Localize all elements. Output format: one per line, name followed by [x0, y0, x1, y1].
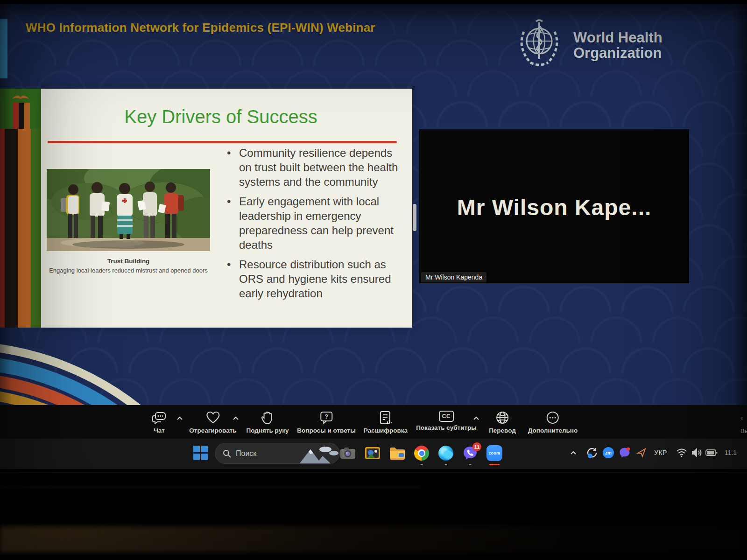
- svg-text:?: ?: [324, 413, 328, 420]
- captions-chevron-up-icon[interactable]: [473, 416, 479, 421]
- volume-icon[interactable]: [691, 445, 702, 460]
- participant-display-name: Mr Wilson Kape...: [419, 195, 689, 220]
- scrollbar-thumb[interactable]: [413, 204, 416, 231]
- photos-app-icon[interactable]: [364, 444, 381, 462]
- more-button[interactable]: Дополнительно: [528, 411, 578, 434]
- qa-button[interactable]: ? Вопросы и ответы: [297, 411, 355, 434]
- photo-caption-body: Engaging local leaders reduced mistrust …: [47, 267, 210, 274]
- bullet-item: •Community resilience depends on trust b…: [227, 146, 403, 189]
- tray-chevron-up-icon[interactable]: [570, 445, 577, 460]
- cc-icon: CC: [439, 411, 454, 422]
- react-chevron-up-icon[interactable]: [233, 416, 239, 421]
- chat-button[interactable]: Чат: [152, 411, 166, 434]
- viber-icon[interactable]: 11: [461, 444, 479, 462]
- who-logo: World Health Organization: [512, 16, 694, 75]
- start-button[interactable]: [193, 446, 208, 461]
- zoom-app-icon[interactable]: zoom: [486, 444, 503, 462]
- edge-icon[interactable]: [437, 444, 455, 462]
- translate-button[interactable]: Перевод: [489, 411, 516, 434]
- laptop-hinge-highlight: [0, 486, 420, 488]
- chat-icon: [152, 411, 166, 425]
- laptop-screen: WHO Information Network for Epidemics (E…: [0, 4, 747, 469]
- active-app-indicator: [489, 464, 500, 465]
- zoom-meeting-area: WHO Information Network for Epidemics (E…: [0, 4, 747, 405]
- bezel-edge: [0, 472, 747, 473]
- chrome-icon[interactable]: [413, 444, 430, 462]
- bullet-item: •Resource distribution such as ORS and h…: [227, 257, 403, 301]
- captions-button[interactable]: CC Показать субтитры: [416, 411, 477, 431]
- slide-divider: [48, 141, 397, 143]
- slide-title: Key Drivers of Success: [41, 106, 401, 127]
- sync-update-icon[interactable]: [586, 445, 598, 460]
- transcript-button[interactable]: Расшифровка: [364, 411, 408, 434]
- viber-tray-icon[interactable]: [619, 445, 630, 460]
- shared-slide: Key Drivers of Success: [41, 89, 412, 328]
- epiwin-blue-strip: [0, 19, 7, 78]
- more-ellipsis-icon: [546, 411, 560, 425]
- raise-hand-button[interactable]: Поднять руку: [247, 411, 289, 434]
- laptop-body-sheen: [0, 526, 747, 553]
- participant-video-tile[interactable]: Mr Wilson Kape... Mr Wilson Kapenda: [419, 129, 689, 283]
- participant-name-tag: Mr Wilson Kapenda: [421, 272, 486, 282]
- webinar-title: WHO Information Network for Epidemics (E…: [26, 21, 375, 35]
- search-icon: [223, 449, 231, 458]
- raised-hand-icon: [261, 411, 275, 425]
- running-indicator: [445, 464, 447, 465]
- bullet-dot: •: [227, 257, 239, 301]
- heart-icon: [206, 411, 220, 425]
- running-indicator: [421, 464, 423, 465]
- eagle-icon: [12, 96, 29, 99]
- rainbow-arcs: [0, 336, 159, 405]
- search-placeholder: Поиск: [236, 449, 256, 458]
- camera-app-icon[interactable]: [339, 444, 357, 462]
- file-explorer-icon[interactable]: [388, 444, 406, 462]
- photo-caption-title: Trust Building: [47, 258, 210, 265]
- who-wordmark: World Health Organization: [573, 30, 662, 61]
- laptop-photo: WHO Information Network for Epidemics (E…: [0, 0, 747, 560]
- slide-bullets: •Community resilience depends on trust b…: [227, 146, 403, 306]
- chat-chevron-up-icon[interactable]: [176, 416, 183, 421]
- windows-logo-icon: [193, 446, 200, 452]
- question-answer-icon: ?: [319, 411, 333, 425]
- who-emblem-icon: [512, 18, 567, 73]
- taskbar-search[interactable]: Поиск: [215, 443, 340, 464]
- bullet-dot: •: [227, 146, 239, 189]
- bullet-dot: •: [227, 194, 239, 252]
- share-arrow-icon[interactable]: [636, 445, 647, 460]
- globe-icon: [495, 411, 509, 425]
- bullet-item: •Early engagement with local leadership …: [227, 194, 403, 252]
- flag-stripes: [0, 129, 41, 328]
- transcript-icon: [379, 411, 393, 425]
- cutoff-icon: ◦: [740, 413, 747, 423]
- windows-taskbar: Поиск: [0, 439, 747, 469]
- wifi-icon[interactable]: [676, 445, 687, 460]
- zambia-flag-slide-edge: [0, 89, 41, 328]
- zoom-tray-icon[interactable]: zm: [603, 445, 614, 460]
- react-button[interactable]: Отреагировать: [189, 411, 236, 434]
- running-indicator: [469, 464, 472, 465]
- battery-icon[interactable]: [705, 445, 718, 460]
- weather-icon[interactable]: [295, 443, 339, 464]
- zoom-toolbar: Чат Отреагировать: [0, 405, 747, 439]
- field-workers-photo: [47, 169, 210, 251]
- toolbar-edge-partial[interactable]: ◦ Вы: [740, 413, 747, 434]
- language-indicator[interactable]: УКР: [654, 445, 667, 460]
- clock[interactable]: 11.1: [725, 445, 737, 460]
- zambia-flag: [0, 89, 41, 129]
- viber-badge: 11: [472, 442, 481, 451]
